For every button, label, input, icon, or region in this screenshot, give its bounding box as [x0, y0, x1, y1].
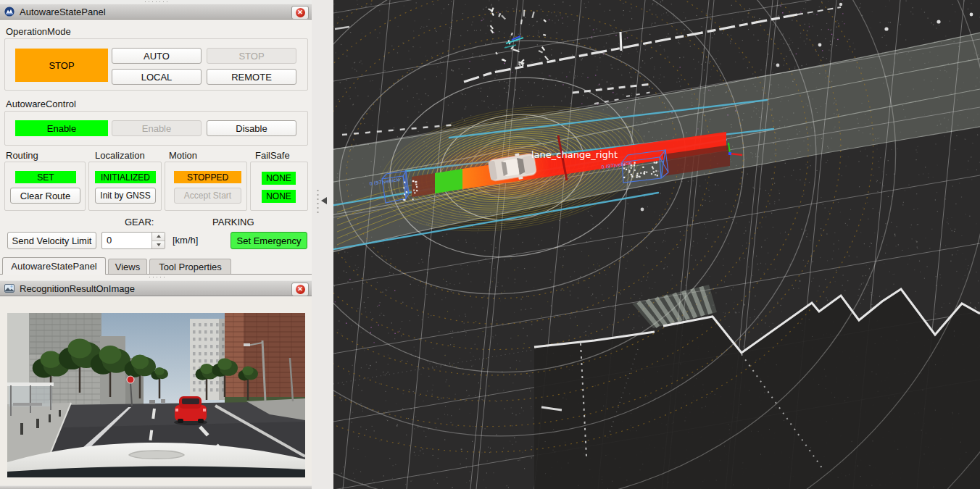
motion-group: STOPPED Accept Start	[165, 162, 247, 211]
remote-button[interactable]: REMOTE	[207, 69, 296, 85]
behavior-annotation: lane_change_right	[531, 149, 618, 160]
failsafe-label: FailSafe	[255, 150, 290, 161]
init-by-gnss-button[interactable]: Init by GNSS	[95, 188, 156, 204]
camera-image	[7, 313, 305, 477]
recognition-panel-titlebar[interactable]: RecognitionResultOnImage ✕	[0, 280, 312, 296]
left-dock: AutowareStatePanel ✕ OperationMode STOP …	[0, 0, 312, 489]
routing-group: SET Clear Route	[4, 162, 86, 211]
dock-splitter[interactable]	[312, 0, 333, 489]
failsafe-status-bottom: NONE	[262, 190, 296, 203]
tab-views[interactable]: Views	[108, 259, 147, 274]
recognition-panel-title: RecognitionResultOnImage	[20, 283, 135, 294]
image-icon	[4, 283, 14, 293]
routing-status: SET	[15, 171, 76, 183]
localization-group: INITIALIZED Init by GNSS	[88, 162, 162, 211]
state-panel-close-button[interactable]: ✕	[291, 6, 309, 20]
accept-start-button[interactable]: Accept Start	[174, 188, 241, 204]
enable-button[interactable]: Enable	[112, 120, 202, 136]
local-button[interactable]: LOCAL	[112, 69, 202, 85]
stop-button[interactable]: STOP	[207, 48, 296, 64]
spin-up-button[interactable]	[152, 233, 165, 241]
tab-drag-handle[interactable]	[148, 276, 167, 278]
recognition-panel-close-button[interactable]: ✕	[291, 283, 309, 296]
autoware-logo-icon	[4, 7, 14, 17]
autoware-control-group: Enable Enable Disable	[4, 111, 308, 146]
velocity-limit-spinbox[interactable]: 0	[101, 232, 165, 249]
velocity-unit-label: [km/h]	[173, 235, 198, 246]
state-panel-title: AutowareStatePanel	[20, 7, 106, 17]
localization-label: Localization	[95, 150, 145, 161]
auto-button[interactable]: AUTO	[112, 48, 202, 64]
operation-mode-label: OperationMode	[6, 26, 71, 37]
splitter-handle-dots[interactable]	[317, 188, 319, 216]
gear-label: GEAR:	[125, 217, 154, 227]
arrow-down-icon	[157, 243, 161, 246]
spin-down-button[interactable]	[152, 241, 165, 249]
autoware-control-label: AutowareControl	[6, 99, 76, 109]
clear-route-button[interactable]: Clear Route	[10, 188, 80, 204]
close-icon: ✕	[296, 8, 305, 17]
rviz-3d-viewport[interactable]: 0 (97)vehicle 0 (97)vehicle lane_change_…	[333, 0, 980, 489]
set-emergency-button[interactable]: Set Emergency	[231, 232, 307, 249]
disable-button[interactable]: Disable	[207, 120, 296, 136]
failsafe-status-top: NONE	[262, 172, 296, 185]
operation-mode-current-stop: STOP	[15, 49, 108, 82]
state-panel-titlebar[interactable]: AutowareStatePanel ✕	[0, 4, 312, 20]
tab-tool-properties[interactable]: Tool Properties	[149, 259, 231, 274]
localization-status: INITIALIZED	[95, 171, 156, 183]
send-velocity-limit-button[interactable]: Send Velocity Limit	[7, 232, 96, 249]
routing-label: Routing	[6, 150, 38, 161]
dock-drag-handle[interactable]	[144, 1, 168, 3]
motion-status: STOPPED	[174, 171, 241, 183]
arrow-up-icon	[157, 235, 161, 238]
motion-label: Motion	[169, 150, 197, 161]
spinbox-arrows	[151, 233, 165, 248]
close-icon: ✕	[296, 285, 305, 294]
operation-mode-group: STOP AUTO STOP LOCAL REMOTE	[4, 38, 308, 91]
velocity-limit-value[interactable]: 0	[102, 233, 151, 248]
next-panel-titlebar-edge	[0, 485, 312, 489]
gear-value: PARKING	[212, 217, 254, 227]
control-enable-active: Enable	[15, 120, 108, 136]
failsafe-group: NONE NONE	[250, 162, 308, 211]
splitter-collapse-arrow-icon[interactable]	[321, 197, 327, 204]
tab-autoware-state-panel[interactable]: AutowareStatePanel	[2, 257, 106, 275]
